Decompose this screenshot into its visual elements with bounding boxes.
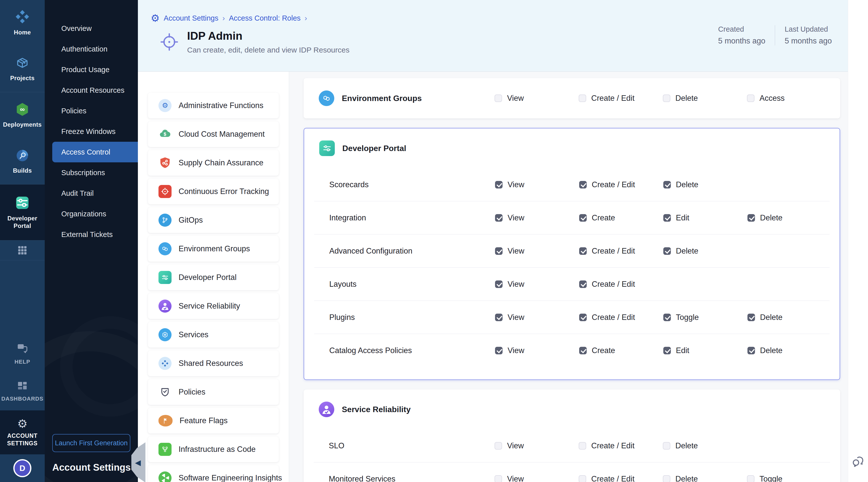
checkbox[interactable]: [747, 475, 754, 482]
last-updated-meta: Last Updated 5 months ago: [775, 25, 841, 46]
checkbox[interactable]: [663, 94, 670, 102]
resource-item-continuous-error-tracking[interactable]: Continuous Error Tracking: [148, 179, 279, 204]
checkbox[interactable]: [579, 280, 587, 288]
checkbox[interactable]: [495, 214, 502, 222]
checkbox[interactable]: [495, 181, 502, 188]
permission-section-environment-groups: Environment Groups View Create / Edit De…: [304, 78, 840, 118]
checkbox[interactable]: [495, 347, 502, 354]
resource-item-gitops[interactable]: GitOps: [148, 207, 279, 233]
sidebar-item-subscriptions[interactable]: Subscriptions: [45, 162, 138, 183]
main-area: ⚙ Account Settings › Access Control: Rol…: [138, 0, 848, 482]
sidebar-item-product-usage[interactable]: Product Usage: [45, 59, 138, 80]
role-summary: IDP Admin Can create, edit, delete and v…: [159, 30, 349, 54]
breadcrumb-access-control-roles[interactable]: Access Control: Roles: [229, 14, 301, 22]
chevron-right-icon: ›: [305, 14, 307, 22]
resource-item-services[interactable]: Services: [148, 322, 279, 348]
launch-first-generation-button[interactable]: Launch First Generation: [52, 434, 130, 452]
resource-item-infrastructure-as-code[interactable]: Infrastructure as Code: [148, 436, 279, 462]
resource-item-software-engineering-insights[interactable]: Software Engineering Insights: [148, 465, 279, 482]
checkbox[interactable]: [747, 214, 755, 222]
rail-item-dashboards[interactable]: DASHBOARDS: [0, 373, 45, 411]
section-title: Developer Portal: [342, 144, 495, 153]
resource-item-administrative-functions[interactable]: ⚙ Administrative Functions: [148, 93, 279, 118]
chevron-left-icon: ◀: [135, 458, 141, 467]
resource-category-list: ⚙ Administrative Functions $ Cloud Cost …: [138, 71, 289, 482]
checkbox[interactable]: [579, 442, 586, 450]
page-title: IDP Admin: [187, 30, 349, 42]
permission-row-monitored-services: Monitored Services View Create / Edit De…: [304, 462, 840, 482]
user-avatar[interactable]: D: [13, 459, 31, 477]
administrative-functions-icon: ⚙: [158, 99, 172, 112]
checkbox[interactable]: [663, 475, 670, 482]
service-reliability-icon: [158, 300, 172, 312]
created-meta: Created 5 months ago: [709, 25, 775, 46]
sidebar-item-overview[interactable]: Overview: [45, 18, 138, 39]
sidebar-item-account-resources[interactable]: Account Resources: [45, 80, 138, 100]
checkbox[interactable]: [747, 313, 755, 321]
developer-portal-icon: [14, 195, 30, 211]
permission-row-integration: Integration View Create Edit Delete: [304, 201, 840, 234]
checkbox[interactable]: [663, 347, 671, 354]
checkbox[interactable]: [663, 247, 671, 255]
environment-groups-icon: [158, 242, 172, 255]
resource-item-shared-resources[interactable]: Shared Resources: [148, 351, 279, 376]
rail-item-label: DASHBOARDS: [1, 395, 43, 402]
resource-item-environment-groups[interactable]: Environment Groups: [148, 236, 279, 262]
checkbox[interactable]: [663, 313, 671, 321]
checkbox[interactable]: [495, 94, 502, 102]
sidebar-item-policies[interactable]: Policies: [45, 100, 138, 121]
rail-item-help[interactable]: ? HELP: [0, 335, 45, 373]
shared-resources-icon: [158, 357, 172, 370]
checkbox[interactable]: [579, 214, 587, 222]
checkbox[interactable]: [663, 181, 671, 188]
sidebar-item-external-tickets[interactable]: External Tickets: [45, 224, 138, 245]
right-gutter: [848, 0, 868, 482]
checkbox[interactable]: [663, 442, 670, 450]
rail-item-projects[interactable]: Projects: [0, 46, 45, 92]
checkbox[interactable]: [579, 94, 586, 102]
checkbox[interactable]: [747, 94, 754, 102]
page-subtitle: Can create, edit, delete and view IDP Re…: [187, 46, 349, 54]
support-chat-icon[interactable]: [851, 455, 865, 469]
checkbox[interactable]: [579, 181, 587, 188]
help-icon: ?: [16, 342, 29, 355]
permission-row-plugins: Plugins View Create / Edit Toggle Delete: [304, 301, 840, 334]
checkbox[interactable]: [579, 347, 587, 354]
checkbox[interactable]: [495, 280, 502, 288]
resource-item-feature-flags[interactable]: Feature Flags: [148, 408, 279, 433]
settings-nav: Overview Authentication Product Usage Ac…: [45, 0, 138, 245]
projects-icon: [15, 56, 29, 70]
rail-item-apps[interactable]: [0, 240, 45, 260]
checkbox[interactable]: [495, 475, 502, 482]
rail-item-home[interactable]: Home: [0, 0, 45, 46]
resource-item-cloud-cost-management[interactable]: $ Cloud Cost Management: [148, 121, 279, 147]
permission-row-scorecards: Scorecards View Create / Edit Delete: [304, 168, 840, 201]
checkbox[interactable]: [747, 347, 755, 354]
checkbox[interactable]: [495, 442, 502, 450]
checkbox[interactable]: [663, 214, 671, 222]
created-value: 5 months ago: [718, 36, 765, 46]
checkbox[interactable]: [495, 313, 502, 321]
checkbox[interactable]: [579, 313, 587, 321]
sidebar-item-audit-trail[interactable]: Audit Trail: [45, 183, 138, 204]
sidebar-item-organizations[interactable]: Organizations: [45, 204, 138, 224]
checkbox[interactable]: [579, 475, 586, 482]
resource-item-supply-chain-assurance[interactable]: Supply Chain Assurance: [148, 150, 279, 176]
resource-item-policies[interactable]: Policies: [148, 379, 279, 405]
sidebar-item-freeze-windows[interactable]: Freeze Windows: [45, 121, 138, 142]
rail-item-deployments[interactable]: ∞ Deployments: [0, 92, 45, 138]
checkbox[interactable]: [579, 247, 587, 255]
breadcrumb: ⚙ Account Settings › Access Control: Rol…: [151, 13, 307, 23]
resource-item-service-reliability[interactable]: Service Reliability: [148, 293, 279, 319]
resource-item-developer-portal[interactable]: Developer Portal: [148, 265, 279, 290]
permission-delete: Delete: [663, 94, 747, 103]
rail-item-developer-portal[interactable]: Developer Portal: [0, 184, 45, 240]
svg-text:∞: ∞: [20, 106, 25, 113]
sidebar-item-access-control[interactable]: Access Control: [52, 142, 138, 162]
rail-item-builds[interactable]: Builds: [0, 138, 45, 184]
breadcrumb-account-settings[interactable]: Account Settings: [164, 14, 218, 22]
rail-item-account-settings[interactable]: ⚙ ACCOUNT SETTINGS: [0, 411, 45, 454]
sidebar-item-authentication[interactable]: Authentication: [45, 39, 138, 59]
checkbox[interactable]: [495, 247, 502, 255]
software-engineering-insights-icon: [158, 472, 172, 482]
